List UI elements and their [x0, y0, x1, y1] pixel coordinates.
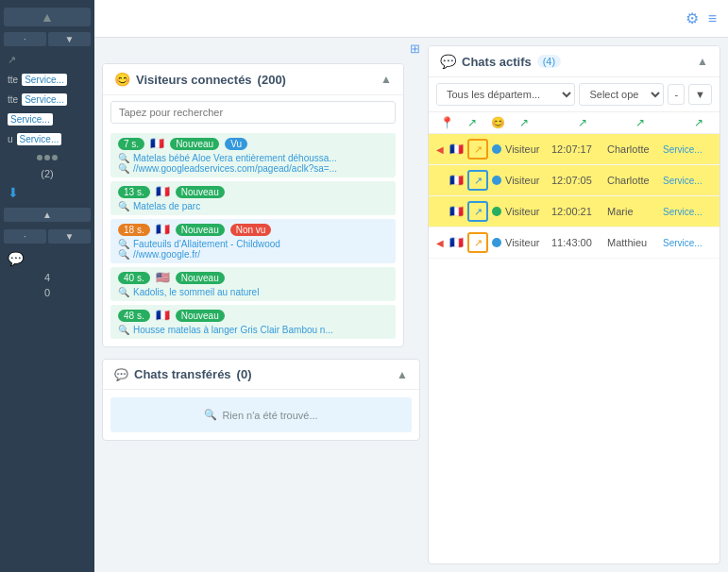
- sidebar-chat-count: 4: [4, 272, 91, 283]
- sidebar-controls-bot: · ▼: [4, 229, 91, 244]
- row-dot-3: [492, 207, 501, 216]
- page-icon-4a: 🔍: [118, 287, 129, 297]
- sidebar-service-row-4: u Service...: [4, 131, 91, 147]
- col-trend-5: ↗: [685, 116, 712, 129]
- page-text-3b: //www.google.fr/: [133, 249, 200, 260]
- col-pin-icon: 📍: [436, 116, 457, 129]
- visitors-header: 😊 Visiteurs connectés (200) ▲: [103, 64, 403, 95]
- sidebar-chevron-up[interactable]: ▲: [4, 8, 91, 26]
- sidebar-ctrl-dot[interactable]: ·: [4, 32, 46, 46]
- visitors-search-box: [110, 101, 396, 124]
- page-text-1a: Matelas bébé Aloe Vera entièrement déhou…: [133, 153, 337, 163]
- visitors-face-icon: 😊: [114, 72, 130, 87]
- grid-icon[interactable]: ⊞: [410, 42, 420, 56]
- page-icon-3a: 🔍: [118, 239, 129, 249]
- chat-column-headers: 📍 ↗ 😊 ↗ ↗ ↗ ↗: [429, 112, 720, 134]
- sidebar-controls-top: · ▼: [4, 32, 91, 46]
- visitor-page-1a: 🔍 Matelas bébé Aloe Vera entièrement déh…: [118, 153, 388, 163]
- active-chats-count: (4): [537, 55, 561, 68]
- visitors-header-left: 😊 Visiteurs connectés (200): [114, 72, 286, 87]
- visitors-search-input[interactable]: [110, 101, 396, 124]
- sidebar-ctrl-dot2[interactable]: ·: [4, 229, 46, 244]
- filter-down-btn[interactable]: ▼: [688, 84, 712, 105]
- content-panels: ⊞ 😊 Visiteurs connectés (200) ▲: [94, 38, 728, 572]
- sidebar-service-3: Service...: [8, 113, 53, 126]
- sidebar-ctrl-down[interactable]: ▼: [48, 32, 91, 46]
- visitors-count: (200): [258, 73, 286, 87]
- list-item[interactable]: 7 s. 🇫🇷 Nouveau Vu 🔍 Matelas bébé Aloe V…: [110, 133, 396, 177]
- col-trend-1: ↗: [459, 116, 486, 129]
- list-item[interactable]: 48 s. 🇫🇷 Nouveau 🔍 Housse matelas à lang…: [110, 305, 396, 339]
- row-name-2: Charlotte: [607, 175, 659, 186]
- sidebar-controls-mid: ▲: [4, 208, 91, 222]
- row-icon-box-3: ↗: [467, 201, 488, 222]
- transfers-panel: 💬 Chats transférés (0) ▲ 🔍 Rien n'a été …: [102, 359, 420, 441]
- visitors-panel: 😊 Visiteurs connectés (200) ▲ 7 s. 🇫🇷: [102, 63, 404, 347]
- status-nouveau-1: Nouveau: [170, 138, 219, 150]
- page-icon-1a: 🔍: [118, 153, 129, 163]
- sidebar-service-row-2: tte Service...: [4, 92, 91, 108]
- status-nouveau-4: Nouveau: [176, 272, 225, 284]
- col-trend-2: ↗: [511, 116, 538, 129]
- transfers-chat-icon: 💬: [114, 368, 128, 381]
- download-icon[interactable]: ⬇: [8, 185, 19, 200]
- status-nouveau-5: Nouveau: [176, 310, 225, 322]
- status-vu-1: Vu: [225, 138, 247, 150]
- visitor-meta-5: 48 s. 🇫🇷 Nouveau: [118, 309, 388, 322]
- department-filter[interactable]: Tous les départem...: [436, 83, 575, 106]
- page-text-1b: //www.googleadservices.com/pagead/aclk?s…: [133, 163, 337, 174]
- sidebar-count-badge: (2): [4, 168, 91, 179]
- active-chats-title-row: 💬 Chats actifs (4): [440, 54, 561, 69]
- col-trend-4: ↗: [627, 116, 654, 129]
- row-visitor-label-3: Visiteur: [505, 206, 548, 217]
- row-time-4: 11:43:00: [551, 237, 603, 248]
- sidebar-name-4: u: [8, 134, 13, 144]
- menu-icon[interactable]: ≡: [708, 10, 717, 27]
- sidebar-zero-count: 0: [4, 287, 91, 298]
- visitors-collapse-btn[interactable]: ▲: [381, 73, 392, 86]
- timer-badge-3: 18 s.: [118, 224, 150, 236]
- list-item[interactable]: 13 s. 🇫🇷 Nouveau 🔍 Matelas de parc: [110, 181, 396, 215]
- list-item[interactable]: 18 s. 🇫🇷 Nouveau Non vu 🔍 Fauteuils d'Al…: [110, 219, 396, 263]
- timer-badge-5: 48 s.: [118, 310, 150, 322]
- chat-row[interactable]: 🇫🇷 ↗ Visiteur 12:07:05 Charlotte Service…: [429, 165, 720, 196]
- list-item[interactable]: 40 s. 🇺🇸 Nouveau 🔍 Kadolis, le sommeil a…: [110, 267, 396, 301]
- operator-filter[interactable]: Select ope: [579, 83, 664, 106]
- settings-icon[interactable]: ⚙: [686, 9, 699, 27]
- active-chats-collapse-btn[interactable]: ▲: [697, 55, 708, 68]
- row-flag-3: 🇫🇷: [449, 205, 464, 218]
- row-time-1: 12:07:17: [551, 143, 603, 155]
- chat-row[interactable]: ◀ 🇫🇷 ↗ Visiteur 11:43:00 Matthieu Servic…: [429, 227, 720, 259]
- active-chats-icon: 💬: [440, 54, 456, 69]
- sidebar-name-2: tte: [8, 94, 18, 105]
- sidebar-service-row-1: tte Service...: [4, 72, 91, 88]
- transfers-title: Chats transférés: [134, 367, 231, 381]
- row-flag-4: 🇫🇷: [449, 236, 464, 249]
- page-icon-1b: 🔍: [118, 163, 129, 174]
- visitors-list: 7 s. 🇫🇷 Nouveau Vu 🔍 Matelas bébé Aloe V…: [103, 129, 403, 346]
- sidebar-ctrl-chevron-up[interactable]: ▲: [4, 208, 91, 222]
- sidebar-divider: [37, 155, 58, 160]
- chat-row[interactable]: ◀ 🇫🇷 ↗ Visiteur 12:07:17 Charlotte Servi…: [429, 134, 720, 165]
- flag-4: 🇺🇸: [156, 271, 170, 284]
- filter-minus-btn[interactable]: -: [668, 84, 685, 105]
- row-visitor-label-1: Visiteur: [505, 143, 548, 155]
- page-text-4a: Kadolis, le sommeil au naturel: [133, 287, 259, 297]
- transfers-collapse-btn[interactable]: ▲: [397, 368, 408, 381]
- row-icon-box-2: ↗: [467, 170, 488, 191]
- sidebar-service-1: Service...: [22, 74, 67, 86]
- visitor-page-3a: 🔍 Fauteuils d'Allaitement - Childwood: [118, 239, 388, 249]
- flag-1: 🇫🇷: [150, 137, 164, 150]
- row-service-2: Service...: [663, 176, 712, 186]
- status-nouveau-2: Nouveau: [176, 186, 225, 198]
- active-chats-header: 💬 Chats actifs (4) ▲: [429, 46, 720, 77]
- row-icon-box-4: ↗: [467, 232, 488, 253]
- no-result-message: 🔍 Rien n'a été trouvé...: [110, 397, 412, 432]
- grid-icon-row: ⊞: [94, 38, 428, 56]
- sidebar-ctrl-down2[interactable]: ▼: [48, 229, 91, 244]
- chat-row[interactable]: 🇫🇷 ↗ Visiteur 12:00:21 Marie Service...: [429, 196, 720, 227]
- transfers-header-left: 💬 Chats transférés (0): [114, 367, 252, 381]
- search-no-result-icon: 🔍: [204, 409, 217, 421]
- row-dot-2: [492, 176, 501, 185]
- row-time-3: 12:00:21: [551, 206, 603, 217]
